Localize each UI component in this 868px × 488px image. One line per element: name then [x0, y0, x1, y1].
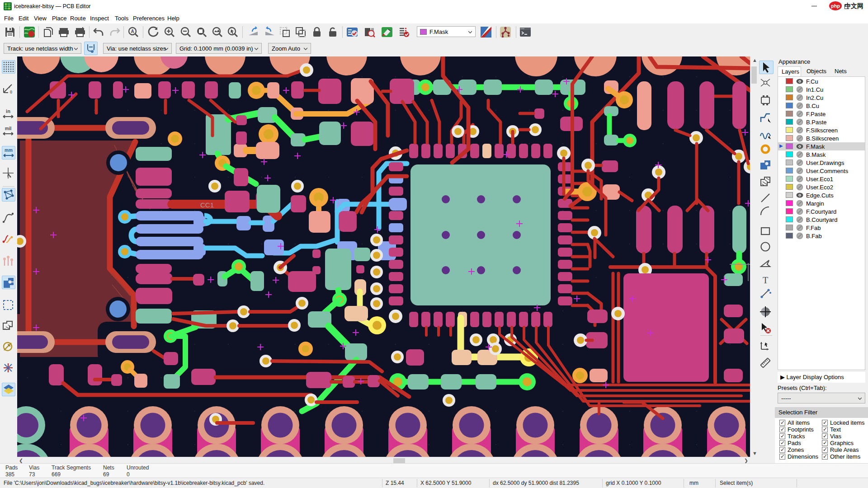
svg-text:θ: θ [10, 90, 12, 94]
svg-text:CC1: CC1 [200, 201, 214, 209]
svg-text:T: T [763, 275, 768, 285]
svg-text:in: in [6, 108, 10, 114]
svg-text:A: A [131, 29, 134, 34]
svg-text:mm: mm [5, 148, 13, 153]
svg-text:mil: mil [5, 126, 12, 131]
svg-text:php: php [831, 3, 840, 9]
svg-text:r: r [9, 84, 10, 89]
svg-text:中文网: 中文网 [844, 2, 863, 9]
